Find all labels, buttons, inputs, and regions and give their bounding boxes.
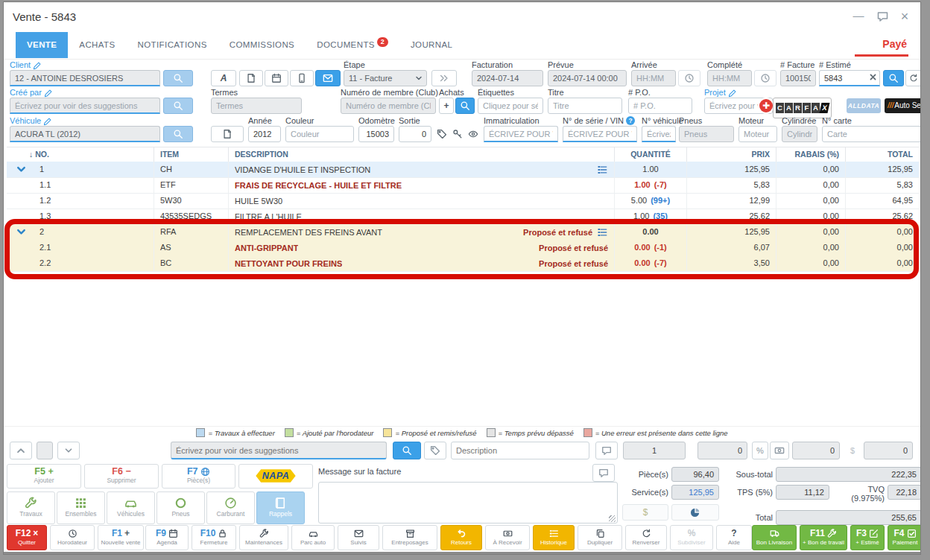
odometre-input[interactable] — [358, 126, 394, 142]
column-no[interactable]: ↓ NO. — [7, 147, 154, 162]
tab-commissions[interactable]: COMMISSIONS — [218, 32, 306, 58]
category-pneus[interactable]: Pneus — [156, 491, 205, 524]
table-row-2.2[interactable]: 2.2BCNETTOYANT POUR FREINSProposé et ref… — [7, 255, 919, 272]
annee-input[interactable] — [248, 126, 281, 142]
invoice-message-textarea[interactable] — [318, 482, 618, 524]
tab-journal[interactable]: JOURNAL — [399, 32, 464, 58]
toolbar--recevoir[interactable]: À Recevoir — [485, 525, 530, 550]
toolbar-dupliquer[interactable]: Dupliquer — [578, 525, 622, 550]
tab-notifications[interactable]: NOTIFICATIONS — [127, 32, 218, 58]
club-input[interactable] — [341, 98, 436, 114]
resize-handle[interactable] — [609, 515, 616, 522]
mobile-button[interactable] — [290, 70, 314, 86]
etape-select[interactable] — [344, 70, 427, 86]
autoserve-logo[interactable]: ///Auto Se — [885, 98, 921, 113]
facturation-input[interactable] — [472, 70, 543, 86]
column-item[interactable]: ITEM — [154, 147, 228, 162]
row-number-field[interactable] — [37, 442, 53, 459]
toolbar-retours[interactable]: Retours — [440, 525, 482, 550]
toolbar-parc-auto[interactable]: Parc auto — [291, 525, 335, 550]
comment-button[interactable] — [595, 442, 618, 459]
f7-parts-button[interactable]: F7 Pièce(s) — [162, 464, 235, 489]
help-icon[interactable]: ? — [626, 116, 635, 125]
toolbar-paiement[interactable]: F4Paiement — [888, 525, 921, 550]
no-vehicule-input[interactable] — [642, 126, 676, 142]
toolbar-aide[interactable]: ?Aide — [716, 525, 752, 550]
alldata-logo[interactable]: ALLDATA — [847, 98, 881, 113]
entry-discount-field[interactable] — [792, 442, 840, 459]
arrivee-input[interactable] — [631, 70, 676, 86]
toolbar-nouvelle-vente[interactable]: F1+Nouvelle vente — [98, 525, 144, 550]
table-row-1[interactable]: 1CHVIDANGE D'HUILE ET INSPECTION1.00125,… — [7, 162, 919, 178]
list-icon[interactable] — [597, 165, 608, 175]
complete-clock-button[interactable] — [754, 70, 776, 86]
table-row-2.1[interactable]: 2.1ASANTI-GRIPPANTProposé et refusé0.00(… — [7, 240, 919, 256]
toolbar-horodateur[interactable]: Horodateur — [50, 525, 95, 550]
projet-label[interactable]: Projet — [704, 88, 773, 98]
category-travaux[interactable]: Travaux — [7, 491, 55, 524]
termes-input[interactable] — [211, 98, 302, 114]
entry-qty-field[interactable] — [623, 442, 686, 459]
complete-input[interactable] — [707, 70, 752, 86]
category-carburant[interactable]: Carburant — [206, 491, 255, 524]
client-label[interactable]: Client — [10, 60, 160, 70]
item-search-button[interactable] — [393, 442, 421, 459]
client-search-button[interactable] — [163, 70, 193, 86]
refresh-button[interactable] — [905, 70, 921, 86]
f5-add-button[interactable]: F5 + Ajouter — [7, 464, 81, 489]
item-suggestion-input[interactable] — [171, 442, 387, 459]
pneus-input[interactable] — [679, 126, 734, 142]
achats-add-button[interactable]: + — [439, 98, 454, 114]
toolbar-agenda[interactable]: F9Agenda — [145, 525, 189, 550]
cylindree-input[interactable] — [782, 126, 817, 142]
column-rabais[interactable]: RABAIS (%) — [776, 147, 845, 162]
description-input[interactable] — [451, 442, 589, 459]
vehicule-input[interactable] — [10, 126, 160, 142]
carfax-logo[interactable]: CARFAX — [773, 98, 832, 118]
percent-button[interactable]: % — [752, 442, 768, 459]
immatriculation-input[interactable] — [484, 126, 558, 142]
titre-input[interactable] — [548, 98, 622, 114]
entry-price-field[interactable] — [698, 442, 747, 459]
toolbar-renverser[interactable]: Renverser — [625, 525, 667, 550]
toolbar-entreposages[interactable]: Entreposages — [382, 525, 437, 550]
move-down-button[interactable] — [57, 442, 80, 459]
table-row-1.2[interactable]: 1.25W30HUILE 5W305.00(99+)12,990,0064,95 — [7, 193, 919, 209]
f6-delete-button[interactable]: F6 − Supprimer — [84, 464, 159, 489]
item-tag-button[interactable] — [424, 442, 446, 459]
directory-button[interactable]: A — [211, 70, 236, 86]
couleur-input[interactable] — [285, 126, 354, 142]
moteur-input[interactable] — [738, 126, 777, 142]
calendar-button[interactable] — [265, 70, 288, 86]
money-button[interactable] — [770, 442, 789, 459]
category-ensembles[interactable]: Ensembles — [57, 491, 105, 524]
etiquettes-input[interactable] — [478, 98, 543, 114]
toolbar-bon-livraison[interactable]: Bon Livraison — [752, 525, 797, 550]
clear-icon[interactable] — [869, 73, 877, 81]
category-véhicules[interactable]: Véhicules — [107, 491, 155, 524]
arrivee-clock-button[interactable] — [678, 70, 700, 86]
dollar-toggle-button[interactable]: $ — [622, 504, 668, 521]
sortie-input[interactable] — [399, 126, 431, 142]
po-input[interactable] — [628, 98, 692, 114]
carte-input[interactable] — [822, 126, 921, 142]
key-button[interactable] — [450, 126, 465, 142]
cree-par-label[interactable]: Créé par — [10, 88, 160, 98]
chevron-down-icon[interactable] — [16, 226, 27, 238]
toolbar--estim-[interactable]: F3+ Estimé — [850, 525, 885, 550]
eye-button[interactable] — [466, 126, 481, 142]
note-button[interactable] — [239, 70, 263, 86]
toolbar-quitter[interactable]: F12×Quitter — [7, 525, 47, 550]
napa-button[interactable]: NAPA — [238, 464, 313, 489]
tab-documents[interactable]: DOCUMENTS2 — [306, 32, 399, 58]
table-row-1.3[interactable]: 1.343535SEDGSFILTRE A L'HUILE1.00(35)25,… — [7, 209, 919, 225]
email-button[interactable] — [315, 70, 341, 86]
column-quantite[interactable]: QUANTITÉ — [614, 147, 686, 162]
column-description[interactable]: DESCRIPTION — [228, 147, 614, 162]
toolbar--bon-de-travail[interactable]: F11+ Bon de travail — [800, 525, 847, 550]
cree-par-input[interactable] — [10, 98, 160, 114]
client-input[interactable] — [10, 70, 160, 86]
tab-achats[interactable]: ACHATS — [68, 32, 126, 58]
tab-vente[interactable]: VENTE — [16, 32, 68, 58]
no-facture-input[interactable] — [780, 70, 816, 86]
